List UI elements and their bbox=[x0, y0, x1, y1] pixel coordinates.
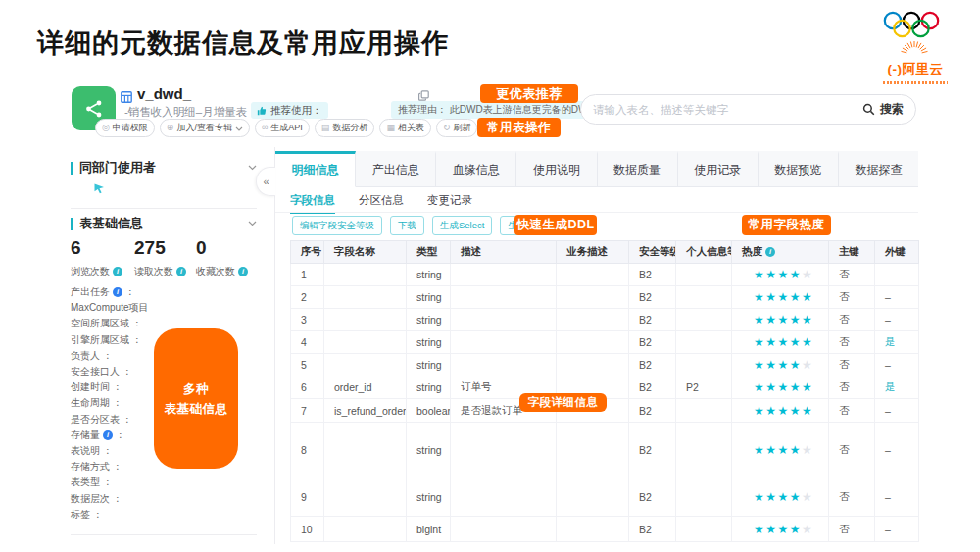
primary-key-cell: 否 bbox=[829, 517, 875, 542]
basic-field-label: 存储方式 bbox=[71, 460, 110, 474]
foreign-key-cell[interactable]: 是 bbox=[875, 331, 919, 354]
subtab-change-record[interactable]: 变更记录 bbox=[427, 193, 472, 214]
cell bbox=[451, 264, 557, 286]
star-empty: ★ bbox=[802, 490, 813, 504]
basic-field-label: 表说明 bbox=[71, 444, 100, 458]
recommend-reason: 推荐理由： 此DWD表上游信息更完备的DWD表 bbox=[391, 101, 612, 119]
stat-label: 读取次数i bbox=[134, 265, 196, 278]
action-data-analysis[interactable]: ▤数据分析 bbox=[315, 119, 375, 137]
basic-field-13: 数据层次： bbox=[71, 490, 267, 506]
stat-label-text: 读取次数 bbox=[134, 265, 173, 278]
mouse-cursor-icon bbox=[94, 180, 105, 198]
tab-usage-record[interactable]: 使用记录 bbox=[678, 151, 759, 187]
cell: 1 bbox=[291, 264, 324, 286]
heat-stars: ★★★★★ bbox=[732, 331, 829, 354]
stat-label-text: 浏览次数 bbox=[71, 265, 110, 278]
foreign-key-cell: – bbox=[875, 517, 919, 542]
info-icon[interactable]: i bbox=[113, 287, 122, 297]
cell: order_id bbox=[324, 376, 407, 399]
sidebar-rule bbox=[71, 208, 257, 209]
tab-data-preview[interactable]: 数据预览 bbox=[759, 151, 839, 187]
heat-stars: ★★★★★ bbox=[732, 264, 829, 286]
search-input[interactable] bbox=[593, 104, 862, 116]
info-icon[interactable]: i bbox=[238, 267, 248, 276]
colon: ： bbox=[125, 285, 135, 299]
stat-label-text: 收藏次数 bbox=[196, 265, 235, 278]
column-header-2: 类型 bbox=[407, 241, 451, 264]
cell: 2 bbox=[291, 286, 324, 309]
tab-output-info[interactable]: 产出信息 bbox=[356, 151, 436, 187]
tab-data-quality[interactable]: 数据质量 bbox=[598, 151, 678, 187]
table-subtitle: -销售收入明细–月增量表 bbox=[124, 105, 247, 120]
cell: string bbox=[407, 286, 451, 309]
basic-field-0: 产出任务i： bbox=[71, 284, 267, 300]
search-button[interactable]: 搜索 bbox=[862, 101, 904, 118]
chevron-down-icon[interactable] bbox=[248, 165, 257, 171]
info-icon[interactable]: i bbox=[113, 267, 122, 276]
column-header-0: 序号 bbox=[291, 241, 324, 264]
tab-data-explore[interactable]: 数据探查 bbox=[839, 151, 918, 187]
basic-field-label: 空间所属区域 bbox=[71, 317, 129, 330]
foreign-key-cell[interactable]: 是 bbox=[875, 376, 919, 399]
column-header-1: 字段名称 bbox=[324, 241, 407, 264]
stat-value: 0 bbox=[196, 237, 255, 259]
info-icon[interactable]: i bbox=[103, 430, 113, 440]
star-empty: ★ bbox=[802, 523, 813, 536]
action-generate-api[interactable]: ∞生成API bbox=[255, 119, 310, 137]
sidebar-collapse-button[interactable]: « bbox=[256, 167, 275, 196]
heat-stars: ★★★★★ bbox=[732, 517, 829, 542]
cell bbox=[557, 286, 629, 309]
action-refresh[interactable]: ↻刷新 bbox=[436, 119, 478, 137]
search-icon bbox=[862, 103, 875, 116]
stat-1: 275读取次数i bbox=[134, 237, 196, 278]
tab-usage-guide[interactable]: 使用说明 bbox=[516, 151, 597, 187]
cell bbox=[676, 399, 732, 423]
edit-field-security-button[interactable]: 编辑字段安全等级 bbox=[292, 216, 382, 235]
chevron-down-icon[interactable] bbox=[248, 221, 257, 226]
basic-field-label: MaxCompute项目 bbox=[71, 301, 148, 315]
colon: ： bbox=[132, 317, 142, 330]
info-icon[interactable]: i bbox=[765, 247, 775, 257]
cell bbox=[676, 477, 732, 517]
primary-key-cell: 否 bbox=[829, 376, 875, 399]
star-filled: ★★★★★ bbox=[754, 380, 813, 394]
subtab-partition-info[interactable]: 分区信息 bbox=[359, 193, 404, 214]
cell: 6 bbox=[291, 376, 324, 399]
table-name: v_dwd_ bbox=[137, 85, 191, 102]
colon: ： bbox=[103, 476, 113, 489]
foreign-key-cell: – bbox=[875, 423, 919, 477]
foreign-key-cell: – bbox=[875, 286, 919, 309]
foreign-key-cell: – bbox=[875, 309, 919, 331]
album-icon: ⊕ bbox=[167, 124, 174, 132]
cell: B2 bbox=[629, 517, 676, 542]
permission-icon: ◎ bbox=[102, 124, 110, 132]
tab-lineage-info[interactable]: 血缘信息 bbox=[436, 151, 516, 187]
column-header-9: 外键 bbox=[875, 241, 919, 264]
cell bbox=[324, 477, 407, 517]
recommend-use-badge: 推荐使用： bbox=[251, 102, 328, 119]
callout-quick-ddl: 快速生成DDL bbox=[514, 215, 597, 235]
info-icon[interactable]: i bbox=[176, 267, 186, 276]
cell: B2 bbox=[629, 376, 676, 399]
table-action-bar: ◎申请权限⊕加入/查看专辑∞生成API▤数据分析▦相关表↻刷新 bbox=[95, 119, 477, 137]
cell bbox=[557, 517, 629, 542]
cell: is_refund_order bbox=[324, 399, 407, 423]
tab-detail-info[interactable]: 明细信息 bbox=[275, 151, 356, 187]
generate-select-button[interactable]: 生成Select bbox=[432, 216, 492, 235]
cell bbox=[676, 423, 732, 477]
share-branch-icon bbox=[83, 98, 105, 120]
cell: string bbox=[407, 477, 451, 517]
cell bbox=[451, 309, 557, 331]
download-button[interactable]: 下载 bbox=[390, 216, 424, 235]
olympic-rings-icon bbox=[868, 10, 962, 57]
basic-field-label: 引擎所属区域 bbox=[71, 333, 129, 347]
action-apply-permission[interactable]: ◎申请权限 bbox=[95, 119, 155, 137]
cell bbox=[676, 517, 732, 542]
subtab-field-info[interactable]: 字段信息 bbox=[290, 193, 335, 214]
action-related-tables[interactable]: ▦相关表 bbox=[379, 119, 431, 137]
action-join-view-album[interactable]: ⊕加入/查看专辑 bbox=[160, 119, 250, 137]
main-tabs: 明细信息产出信息血缘信息使用说明数据质量使用记录数据预览数据探查 bbox=[275, 151, 918, 187]
primary-key-cell: 否 bbox=[829, 331, 875, 354]
table-row: 8stringB2★★★★★否– bbox=[291, 423, 919, 477]
primary-key-cell: 否 bbox=[829, 286, 875, 309]
